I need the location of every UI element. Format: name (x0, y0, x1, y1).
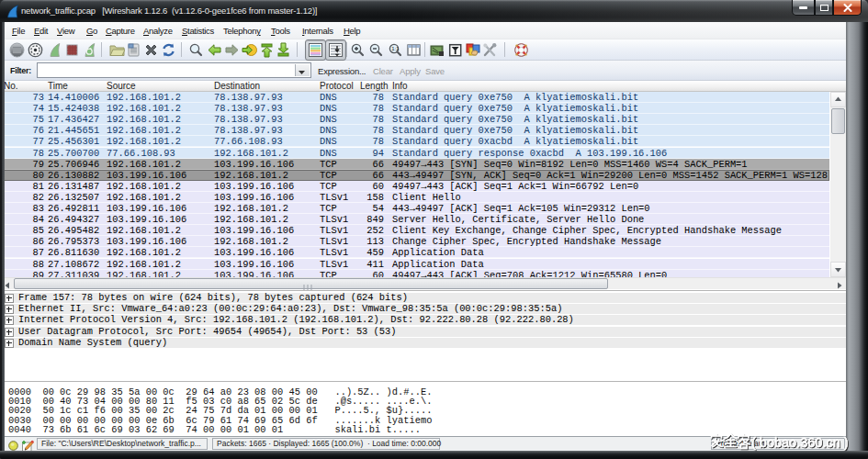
svg-text:1:1: 1:1 (391, 46, 400, 51)
svg-text:( bobao.360.cn ): ( bobao.360.cn ) (751, 435, 849, 450)
